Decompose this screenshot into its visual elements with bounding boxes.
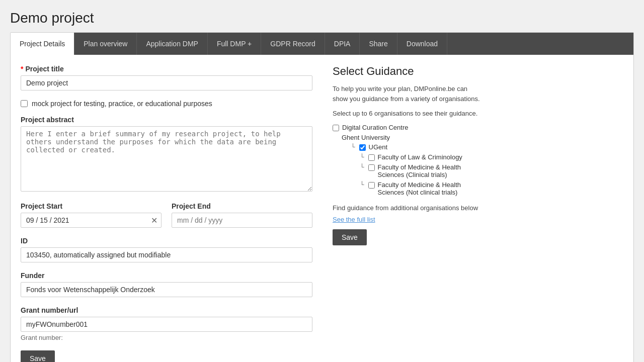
- grant-input[interactable]: [21, 317, 312, 332]
- right-panel: Select Guidance To help you write your p…: [323, 65, 484, 362]
- project-abstract-input[interactable]: [21, 126, 312, 192]
- org-ugent-checkbox[interactable]: [359, 144, 366, 151]
- grant-note: Grant number:: [21, 334, 312, 341]
- grant-group: Grant number/url Grant number:: [21, 306, 312, 341]
- mock-checkbox-label: mock project for testing, practice, or e…: [32, 100, 212, 108]
- tab-project-details[interactable]: Project Details: [11, 33, 74, 55]
- tab-gdpr-record[interactable]: GDPR Record: [261, 33, 325, 55]
- project-title-group: *Project title: [21, 65, 312, 90]
- guidance-desc2: Select up to 6 organisations to see thei…: [333, 109, 484, 119]
- org-med-nonclinical-checkbox[interactable]: [368, 182, 375, 189]
- grant-label: Grant number/url: [21, 306, 312, 314]
- funder-input[interactable]: [21, 282, 312, 297]
- funder-group: Funder: [21, 272, 312, 297]
- org-ugent: └ UGent: [333, 143, 484, 151]
- content-area: *Project title mock project for testing,…: [11, 55, 633, 362]
- project-start-wrapper: ✕: [21, 213, 162, 228]
- required-mark: *: [21, 65, 23, 73]
- tree-connector-med-nonclinical: └: [360, 181, 364, 188]
- project-end-wrapper: [172, 213, 312, 228]
- form-save-button[interactable]: Save: [21, 350, 55, 362]
- org-dcc-label: Digital Curation Centre: [342, 124, 409, 131]
- project-abstract-group: Project abstract: [21, 116, 312, 193]
- id-group: ID: [21, 237, 312, 262]
- tab-plan-overview[interactable]: Plan overview: [74, 33, 137, 55]
- project-end-label: Project End: [172, 202, 312, 210]
- org-tree: Digital Curation Centre Ghent University…: [333, 124, 484, 196]
- main-container: Project Details Plan overview Applicatio…: [10, 32, 634, 362]
- page-title: Demo project: [10, 10, 634, 26]
- id-input[interactable]: [21, 247, 312, 262]
- date-row: Project Start ✕ Project End: [21, 202, 312, 228]
- mock-checkbox-row: mock project for testing, practice, or e…: [21, 100, 312, 108]
- project-start-input[interactable]: [21, 213, 162, 228]
- id-label: ID: [21, 237, 312, 245]
- funder-label: Funder: [21, 272, 312, 280]
- left-panel: *Project title mock project for testing,…: [21, 65, 312, 362]
- org-dcc: Digital Curation Centre: [333, 124, 484, 131]
- project-start-label: Project Start: [21, 202, 162, 210]
- project-title-label: *Project title: [21, 65, 312, 73]
- tab-download[interactable]: Download: [397, 33, 447, 55]
- see-full-list-link[interactable]: See the full list: [333, 216, 484, 223]
- org-law-checkbox[interactable]: [368, 154, 375, 161]
- tab-full-dmp[interactable]: Full DMP +: [208, 33, 261, 55]
- tab-bar: Project Details Plan overview Applicatio…: [11, 33, 633, 55]
- tree-connector-ugent: └: [351, 143, 355, 150]
- find-more-text: Find guidance from additional organisati…: [333, 203, 484, 213]
- org-med-clinical: └ Faculty of Medicine & Health Sciences …: [333, 163, 484, 178]
- project-abstract-label: Project abstract: [21, 116, 312, 124]
- org-law: └ Faculty of Law & Criminology: [333, 153, 484, 161]
- tab-share[interactable]: Share: [360, 33, 397, 55]
- org-med-clinical-checkbox[interactable]: [368, 164, 375, 171]
- org-law-label: Faculty of Law & Criminology: [378, 153, 462, 161]
- tree-connector-med-clinical: └: [360, 163, 364, 170]
- tree-connector-law: └: [360, 153, 364, 160]
- guidance-desc1: To help you write your plan, DMPonline.b…: [333, 84, 484, 104]
- guidance-save-button[interactable]: Save: [333, 229, 367, 245]
- org-ugent-label: UGent: [369, 143, 388, 151]
- mock-checkbox[interactable]: [21, 100, 28, 107]
- project-title-input[interactable]: [21, 75, 312, 90]
- guidance-title: Select Guidance: [333, 65, 484, 78]
- org-med-clinical-label: Faculty of Medicine & Health Sciences (C…: [378, 163, 484, 178]
- org-dcc-checkbox[interactable]: [333, 125, 339, 131]
- tab-application-dmp[interactable]: Application DMP: [137, 33, 208, 55]
- project-end-input[interactable]: [172, 213, 312, 228]
- org-ghent-header: Ghent University: [333, 134, 484, 141]
- project-end-group: Project End: [172, 202, 312, 228]
- org-med-nonclinical: └ Faculty of Medicine & Health Sciences …: [333, 181, 484, 196]
- clear-date-icon[interactable]: ✕: [151, 216, 157, 225]
- org-med-nonclinical-label: Faculty of Medicine & Health Sciences (N…: [378, 181, 484, 196]
- project-start-group: Project Start ✕: [21, 202, 162, 228]
- tab-dpia[interactable]: DPIA: [325, 33, 360, 55]
